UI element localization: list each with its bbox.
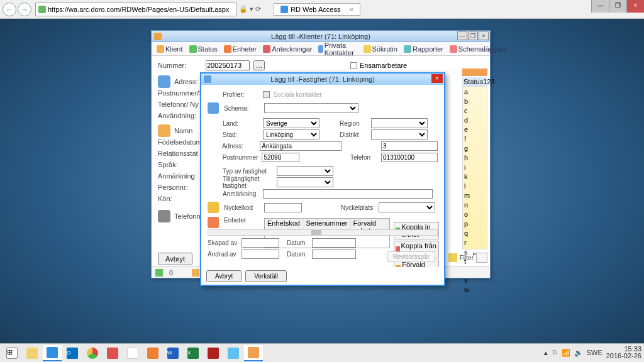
typ-label: Typ av fastighet [223, 168, 273, 175]
region-select[interactable] [371, 118, 428, 128]
andrad-datum-label: Datum [287, 251, 308, 258]
nummer-input[interactable] [206, 60, 250, 70]
side-item[interactable]: i [464, 163, 486, 171]
maximize-button[interactable]: ❐ [609, 0, 626, 13]
address-bar[interactable]: https://wa.arc.doro.com/RDWeb/Pages/en-U… [35, 3, 236, 16]
land-select[interactable]: Sverige [263, 118, 319, 128]
close-tab-icon[interactable]: × [349, 6, 353, 13]
tb-klient[interactable]: Klient [154, 45, 186, 53]
side-item[interactable]: l [464, 182, 486, 190]
telefon-input[interactable] [381, 153, 438, 162]
ensam-checkbox[interactable] [350, 62, 357, 69]
side-item[interactable]: w [464, 286, 486, 293]
anvandning-label: Användning: [158, 112, 202, 119]
tray-flag-icon[interactable]: ⚐ [552, 349, 558, 357]
forward-button[interactable]: → [18, 3, 31, 16]
andrad-label: Ändrad av [208, 251, 238, 258]
tb-rapporter[interactable]: Rapporter [401, 45, 446, 53]
nummer-lookup[interactable]: … [253, 60, 265, 70]
side-item[interactable]: c [464, 107, 486, 114]
tab-rd-web-access[interactable]: RD Web Access × [274, 3, 360, 16]
tb-paint[interactable] [224, 345, 243, 361]
side-item[interactable]: b [464, 97, 486, 105]
tb-app2[interactable] [123, 345, 142, 361]
nyckelplats-select[interactable] [379, 202, 435, 212]
status-list[interactable]: abcdefghiklmnopqrstuvw [462, 86, 487, 250]
klienter-close[interactable]: × [479, 31, 489, 40]
klienter-avbryt-button[interactable]: Avbryt [158, 253, 192, 265]
side-item[interactable]: n [464, 201, 486, 209]
tray-sound-icon[interactable]: 🔉 [574, 349, 583, 357]
tb-status[interactable]: Status [187, 45, 220, 53]
tb-running-app[interactable] [244, 345, 263, 361]
back-button[interactable]: ← [3, 3, 16, 16]
app-icon [154, 33, 162, 40]
side-item[interactable]: o [464, 211, 486, 218]
fastighet-avbryt-button[interactable]: Avbryt [206, 270, 242, 282]
enheter-icon [208, 217, 219, 228]
dlg-postnummer-label: Postnummer [223, 154, 258, 161]
postnummer-input[interactable] [262, 153, 299, 162]
tb-explorer[interactable] [23, 345, 42, 361]
tb-outlook[interactable]: O [63, 345, 82, 361]
nyckelkod-input[interactable] [264, 203, 302, 212]
start-button[interactable]: ⊞ [3, 345, 21, 361]
tb-ie[interactable] [43, 345, 62, 361]
tb-app1[interactable] [103, 345, 122, 361]
side-item[interactable]: d [464, 116, 486, 124]
ensam-label: Ensamarbetare [360, 62, 407, 69]
side-item[interactable]: r [464, 239, 486, 246]
adress-input[interactable] [260, 141, 341, 151]
side-item[interactable]: f [464, 135, 486, 143]
tb-app3[interactable] [143, 345, 162, 361]
side-item[interactable]: p [464, 220, 486, 228]
side-item[interactable]: a [464, 88, 486, 96]
anm-input[interactable] [263, 189, 433, 199]
sprak-label: Språk: [158, 161, 202, 168]
side-item[interactable]: e [464, 126, 486, 133]
tb-schema[interactable]: Schemaläggare [447, 45, 509, 53]
fastighet-titlebar: Lägg till -Fastighet (71: Linköping) × [201, 74, 444, 85]
side-item[interactable]: q [464, 229, 486, 237]
phone-section-icon [158, 210, 170, 222]
fastighet-verkstall-button[interactable]: Verkställ [245, 270, 287, 282]
tab-icon [280, 6, 288, 13]
tb-sokrutin[interactable]: Sökrutin [361, 45, 400, 53]
horizontal-scrollbar[interactable] [208, 229, 438, 236]
tray-clock[interactable]: 15:33 2016-02-26 [606, 346, 641, 359]
tray-up-icon[interactable]: ▴ [544, 349, 548, 357]
schema-select[interactable] [264, 103, 358, 113]
stad-select[interactable]: Linköping [263, 129, 319, 140]
side-item[interactable]: h [464, 154, 486, 162]
tray-network-icon[interactable]: 📶 [562, 349, 570, 357]
minimize-button[interactable]: — [591, 0, 609, 13]
telefonnr-label: Telefonnr/ Ny [158, 101, 202, 108]
side-item[interactable]: k [464, 173, 486, 180]
distrikt-select[interactable] [371, 129, 428, 140]
side-item[interactable]: m [464, 192, 486, 199]
close-button[interactable]: × [626, 0, 644, 13]
profiler-label: Profiler: [223, 91, 259, 98]
fastighet-close-button[interactable]: × [431, 74, 443, 83]
tray-lang[interactable]: SWE [587, 349, 602, 356]
klienter-minimize[interactable]: — [457, 31, 467, 40]
typ-select[interactable] [277, 166, 333, 176]
browser-title-bar: ← → https://wa.arc.doro.com/RDWeb/Pages/… [0, 0, 644, 19]
tb-chrome[interactable] [83, 345, 102, 361]
skapad-datum-label: Datum [287, 239, 308, 246]
tb-acrobat[interactable] [204, 345, 223, 361]
filter-dropdown[interactable] [476, 253, 487, 263]
fastighet-dialog: Lägg till -Fastighet (71: Linköping) × P… [200, 72, 445, 286]
nyckelkod-label: Nyckelkod [224, 204, 260, 211]
taskbar: ⊞ O W X ▴ ⚐ 📶 🔉 SWE 15:33 2016-02-26 [0, 343, 644, 362]
tb-privata[interactable]: Privata Kontakter [316, 41, 359, 57]
tb-enheter[interactable]: Enheter [221, 45, 260, 53]
tb-excel[interactable]: X [184, 345, 203, 361]
adress-nr-input[interactable] [381, 141, 438, 151]
tillg-select[interactable] [277, 177, 333, 187]
andrad-datum-input [312, 250, 356, 259]
tb-word[interactable]: W [164, 345, 182, 361]
side-item[interactable]: g [464, 145, 486, 152]
tb-anteckningar[interactable]: Anteckningar [260, 45, 314, 53]
klienter-maximize[interactable]: ❐ [468, 31, 478, 40]
